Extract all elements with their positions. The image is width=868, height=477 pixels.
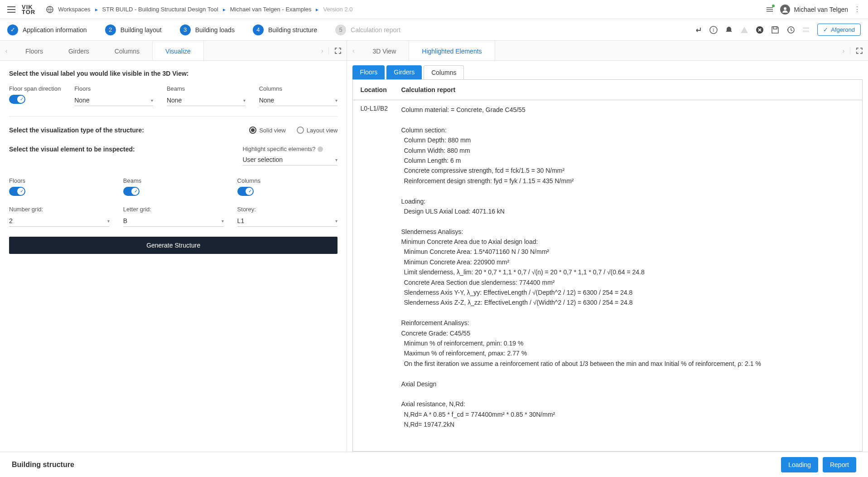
svg-rect-5 — [773, 27, 777, 29]
storey-select[interactable]: L1 ▾ — [237, 215, 338, 227]
letter-grid-select[interactable]: B ▾ — [123, 215, 224, 227]
radio-icon — [297, 127, 304, 134]
step-building-layout[interactable]: 2 Building layout — [105, 24, 162, 35]
beams-toggle[interactable]: ✓ — [123, 187, 140, 196]
cards-icon[interactable] — [802, 26, 810, 34]
step-building-loads[interactable]: 3 Building loads — [180, 24, 235, 35]
floors-select[interactable]: None ▾ — [74, 95, 153, 106]
user-menu[interactable]: Michael van Telgen ⋮ — [780, 5, 861, 15]
menu-icon[interactable] — [7, 6, 15, 13]
breadcrumb-version: Version 2.0 — [323, 6, 352, 13]
breadcrumb: Workspaces ▸ STR BUILD - Building Struct… — [46, 6, 766, 13]
tab-girders[interactable]: Girders — [56, 41, 102, 60]
afgerond-button[interactable]: ✓ Afgerond — [817, 24, 861, 36]
subtab-floors[interactable]: Floors — [352, 65, 385, 79]
radio-icon — [249, 127, 256, 134]
tab-visualize[interactable]: Visualize — [152, 41, 204, 60]
radio-solid-view[interactable]: Solid view — [249, 127, 286, 134]
floor-span-toggle[interactable]: ✓ — [9, 95, 25, 104]
tab-3d-view[interactable]: 3D View — [360, 41, 409, 60]
section-title-vistype: Select the visualization type of the str… — [9, 127, 144, 134]
breadcrumb-project[interactable]: STR BUILD - Building Structural Design T… — [102, 6, 218, 13]
floors-toggle-label: Floors — [9, 177, 110, 184]
queue-icon[interactable] — [766, 5, 774, 14]
col-header-location: Location — [360, 86, 401, 93]
tabs-prev[interactable]: ‹ — [0, 47, 13, 54]
username: Michael van Telgen — [794, 6, 848, 13]
save-icon[interactable] — [771, 26, 779, 34]
chevron-right-icon: ▸ — [95, 6, 98, 13]
highlight-select[interactable]: User selection ▾ — [242, 154, 338, 165]
highlight-label: Highlight specific elements? — [242, 146, 315, 152]
info-icon[interactable]: i — [709, 26, 718, 34]
columns-select[interactable]: None ▾ — [259, 95, 338, 106]
chevron-right-icon: ▸ — [316, 6, 318, 13]
columns-toggle[interactable]: ✓ — [237, 187, 254, 196]
caret-down-icon: ▾ — [335, 219, 338, 224]
svg-rect-8 — [803, 30, 809, 32]
section-title-labels: Select the visual label you would like v… — [9, 70, 338, 77]
tab-columns[interactable]: Columns — [102, 41, 152, 60]
expand-icon[interactable] — [328, 47, 347, 54]
radio-layout-view[interactable]: Layout view — [297, 127, 338, 134]
bell-icon[interactable] — [725, 26, 733, 34]
history-icon[interactable] — [786, 26, 795, 34]
columns-toggle-label: Columns — [237, 177, 338, 184]
number-grid-label: Number grid: — [9, 206, 110, 213]
caret-down-icon: ▾ — [243, 98, 246, 103]
svg-text:i: i — [713, 27, 714, 33]
tabs-next[interactable]: › — [837, 47, 850, 54]
storey-label: Storey: — [237, 206, 338, 213]
caret-down-icon: ▾ — [107, 219, 110, 224]
section-title-inspect: Select the visual element to be inspecte… — [9, 146, 135, 153]
letter-grid-label: Letter grid: — [123, 206, 224, 213]
step-app-info[interactable]: ✓ Application information — [7, 24, 87, 35]
close-circle-icon[interactable] — [756, 26, 764, 34]
beams-dropdown-label: Beams — [167, 85, 246, 92]
calculation-report: Column material: = Concrete, Grade C45/5… — [401, 105, 855, 430]
breadcrumb-workspaces[interactable]: Workspaces — [58, 6, 90, 13]
globe-icon — [46, 6, 53, 13]
tab-floors[interactable]: Floors — [13, 41, 56, 60]
svg-point-1 — [784, 7, 786, 10]
beams-toggle-label: Beams — [123, 177, 224, 184]
return-icon[interactable] — [694, 26, 702, 34]
caret-down-icon: ▾ — [335, 98, 338, 103]
loading-button[interactable]: Loading — [781, 457, 818, 472]
floor-span-label: Floor span direction — [9, 85, 61, 92]
svg-rect-7 — [803, 27, 809, 29]
beams-select[interactable]: None ▾ — [167, 95, 246, 106]
generate-structure-button[interactable]: Generate Structure — [9, 237, 338, 254]
floors-dropdown-label: Floors — [74, 85, 153, 92]
subtab-girders[interactable]: Girders — [386, 65, 422, 79]
warning-icon[interactable] — [740, 26, 748, 34]
check-icon: ✓ — [7, 24, 18, 35]
avatar-icon — [780, 5, 790, 15]
tabs-next[interactable]: › — [316, 47, 328, 54]
logo: VIKTOR — [22, 5, 35, 15]
floors-toggle[interactable]: ✓ — [9, 187, 25, 196]
check-icon: ✓ — [823, 26, 828, 33]
step-calc-report[interactable]: 5 Calculation report — [335, 24, 400, 35]
report-button[interactable]: Report — [823, 457, 856, 472]
col-header-report: Calculation report — [401, 86, 455, 93]
expand-icon[interactable] — [850, 47, 868, 54]
columns-dropdown-label: Columns — [259, 85, 338, 92]
subtab-columns[interactable]: Columns — [424, 65, 464, 79]
tab-highlighted[interactable]: Highlighted Elements — [409, 41, 495, 60]
location-cell: L0-L1//B2 — [360, 105, 401, 430]
number-grid-select[interactable]: 2 ▾ — [9, 215, 110, 227]
kebab-icon[interactable]: ⋮ — [854, 5, 861, 14]
chevron-right-icon: ▸ — [223, 6, 226, 13]
breadcrumb-folder[interactable]: Michael van Telgen - Examples — [230, 6, 312, 13]
caret-down-icon: ▾ — [222, 219, 224, 224]
caret-down-icon: ▾ — [335, 157, 338, 162]
page-title: Building structure — [12, 461, 74, 469]
info-dot-icon[interactable] — [318, 146, 323, 152]
tabs-prev[interactable]: ‹ — [347, 47, 360, 54]
caret-down-icon: ▾ — [151, 98, 153, 103]
step-building-structure[interactable]: 4 Building structure — [253, 24, 317, 35]
